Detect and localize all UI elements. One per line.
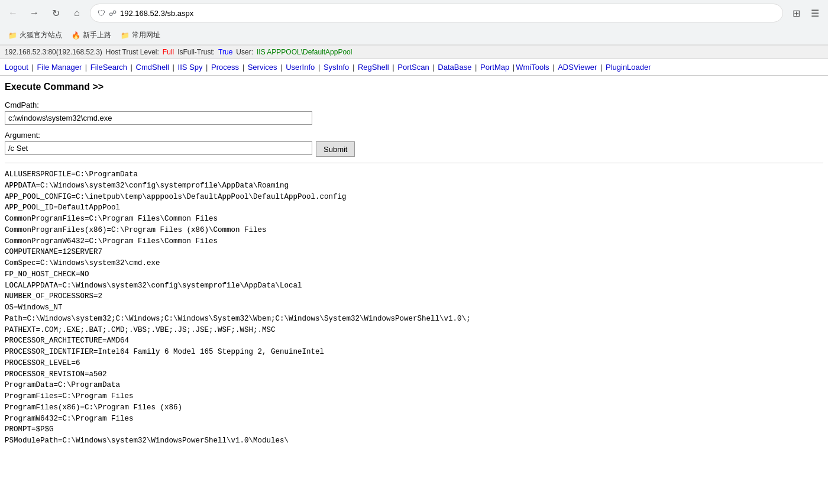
is-full-trust-value: True	[218, 48, 232, 56]
nav-ads-viewer[interactable]: ADSViewer	[558, 63, 597, 72]
warning-icon: ☍	[109, 9, 117, 18]
nav-links: Logout | File Manager | FileSearch | Cmd…	[0, 59, 828, 76]
bookmark-newbie[interactable]: 🔥 新手上路	[68, 29, 115, 41]
nav-database[interactable]: DataBase	[438, 63, 471, 72]
cmdpath-label: CmdPath:	[5, 101, 823, 109]
nav-port-map[interactable]: PortMap	[480, 63, 509, 72]
menu-button[interactable]: ☰	[807, 5, 823, 21]
browser-chrome: ← → ↻ ⌂ 🛡 ☍ ⊞ ☰ 📁 火狐官方站点 🔥 新手上路 📁 常用网址	[0, 0, 828, 46]
user-value: IIS APPPOOL\DefaultAppPool	[257, 48, 352, 56]
is-full-trust-label: IsFull-Trust:	[177, 48, 215, 56]
nav-process[interactable]: Process	[211, 63, 239, 72]
page-title: Execute Command >>	[5, 82, 823, 92]
user-label: User:	[236, 48, 253, 56]
nav-cmd-shell[interactable]: CmdShell	[136, 63, 169, 72]
nav-file-search[interactable]: FileSearch	[90, 63, 127, 72]
nav-reg-shell[interactable]: RegShell	[358, 63, 389, 72]
cmdpath-group: CmdPath:	[5, 101, 823, 125]
shield-icon: 🛡	[98, 9, 105, 18]
nav-user-info[interactable]: UserInfo	[286, 63, 315, 72]
command-output: ALLUSERSPROFILE=C:\ProgramData APPDATA=C…	[5, 169, 823, 447]
nav-plugin-loader[interactable]: PluginLoader	[606, 63, 651, 72]
bookmark-label-2: 新手上路	[83, 30, 111, 40]
nav-file-manager[interactable]: File Manager	[37, 63, 82, 72]
address-bar-wrapper: 🛡 ☍	[90, 4, 783, 22]
extensions-button[interactable]: ⊞	[788, 5, 804, 21]
folder-icon-2: 📁	[121, 31, 130, 40]
nav-services[interactable]: Services	[248, 63, 277, 72]
nav-port-scan[interactable]: PortScan	[397, 63, 429, 72]
bookmark-common[interactable]: 📁 常用网址	[117, 29, 164, 41]
fire-icon: 🔥	[72, 31, 80, 40]
cmdpath-input[interactable]	[5, 111, 312, 125]
nav-sys-info[interactable]: SysInfo	[324, 63, 349, 72]
submit-button[interactable]: Submit	[316, 141, 355, 157]
ip-info: 192.168.52.3:80(192.168.52.3)	[5, 48, 102, 56]
main-content: Execute Command >> CmdPath: Argument: Su…	[0, 76, 828, 453]
browser-toolbar: ← → ↻ ⌂ 🛡 ☍ ⊞ ☰	[0, 0, 828, 26]
home-button[interactable]: ⌂	[69, 5, 85, 21]
address-input[interactable]	[120, 9, 775, 18]
bookmark-huolang[interactable]: 📁 火狐官方站点	[5, 29, 66, 41]
nav-wmi-tools[interactable]: WmiTools	[516, 63, 549, 72]
bookmark-label-3: 常用网址	[132, 30, 160, 40]
host-trust-value: Full	[163, 48, 174, 56]
bookmark-label-1: 火狐官方站点	[20, 30, 62, 40]
nav-iis-spy[interactable]: IIS Spy	[178, 63, 203, 72]
back-button[interactable]: ←	[5, 5, 21, 21]
bookmarks-bar: 📁 火狐官方站点 🔥 新手上路 📁 常用网址	[0, 26, 828, 45]
nav-logout[interactable]: Logout	[5, 63, 28, 72]
forward-button[interactable]: →	[26, 5, 43, 21]
reload-button[interactable]: ↻	[47, 5, 64, 21]
argument-label: Argument:	[5, 131, 823, 140]
page: 192.168.52.3:80(192.168.52.3) Host Trust…	[0, 46, 828, 453]
argument-input[interactable]	[5, 141, 312, 155]
folder-icon-1: 📁	[8, 31, 17, 40]
divider	[5, 163, 823, 163]
toolbar-right: ⊞ ☰	[788, 5, 823, 21]
host-trust-label: Host Trust Level:	[106, 48, 159, 56]
argument-group: Argument: Submit	[5, 131, 823, 157]
info-bar: 192.168.52.3:80(192.168.52.3) Host Trust…	[0, 46, 828, 59]
argument-row: Submit	[5, 141, 823, 157]
